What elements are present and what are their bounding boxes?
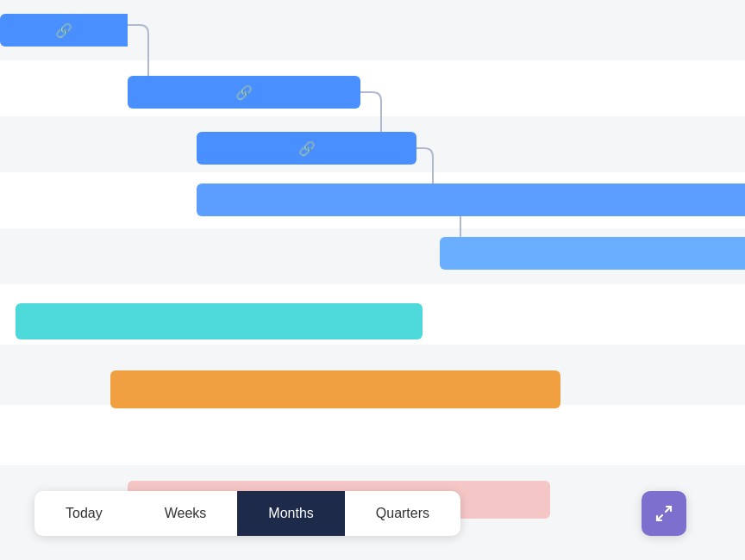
- tab-today[interactable]: Today: [34, 491, 134, 536]
- row-2: [0, 60, 745, 116]
- gantt-bar-2[interactable]: 🔗: [128, 76, 360, 109]
- link-icon-2: 🔗: [235, 84, 253, 101]
- view-toolbar: Today Weeks Months Quarters: [34, 491, 460, 536]
- gantt-bar-6[interactable]: [16, 303, 423, 339]
- gantt-bar-5[interactable]: [440, 237, 745, 270]
- tab-quarters[interactable]: Quarters: [345, 491, 460, 536]
- gantt-bar-4[interactable]: [197, 184, 745, 216]
- expand-icon: [654, 504, 673, 523]
- gantt-bar-1[interactable]: 🔗: [0, 14, 128, 47]
- gantt-bar-3[interactable]: 🔗: [197, 132, 416, 165]
- row-8: [0, 405, 745, 465]
- tab-weeks[interactable]: Weeks: [134, 491, 238, 536]
- link-icon-1: 🔗: [55, 22, 72, 39]
- link-icon-3: 🔗: [298, 140, 316, 157]
- tab-months[interactable]: Months: [237, 491, 344, 536]
- expand-button[interactable]: [642, 491, 686, 536]
- gantt-chart: 🔗 🔗 🔗 Today Weeks Months Quarters: [0, 0, 745, 560]
- gantt-bar-7[interactable]: [110, 370, 560, 408]
